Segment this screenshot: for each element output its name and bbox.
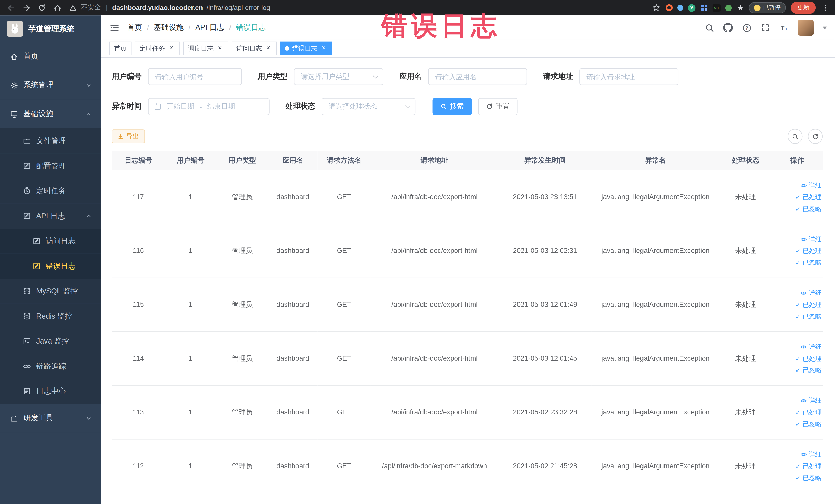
ignored-link[interactable]: ✓已忽略 [774,472,822,483]
extension-icon[interactable] [736,4,744,12]
cell-method: GET [317,385,370,439]
exception-time-range[interactable]: 开始日期 - 结束日期 [148,98,269,115]
sidebar-item-13[interactable]: 日志中心 [0,379,101,404]
cell-url: /api/infra/db-doc/export-html [371,385,498,439]
user-type-select[interactable]: 请选择用户类型 [294,68,384,85]
translate-paused-badge[interactable]: 已暂停 [749,2,786,13]
close-icon[interactable]: × [265,45,272,52]
check-icon: ✓ [795,257,800,268]
chevron-down-icon [86,82,91,88]
help-icon[interactable]: ? [742,23,751,32]
browser-home-icon[interactable] [53,3,62,12]
detail-link[interactable]: 详细 [774,179,822,191]
sidebar-item-8[interactable]: 错误日志 [0,254,101,279]
app-name-input[interactable] [428,68,527,85]
breadcrumb: 首页/基础设施/API 日志/错误日志 [127,23,266,32]
reset-button[interactable]: 重置 [478,98,518,115]
ignored-link[interactable]: ✓已忽略 [774,418,822,430]
tag-4[interactable]: 错误日志× [280,42,332,56]
ignored-link[interactable]: ✓已忽略 [774,364,822,376]
close-icon[interactable]: × [216,45,224,52]
detail-link[interactable]: 详细 [774,448,822,460]
refresh-table-button[interactable] [808,129,823,144]
reload-icon[interactable] [37,3,46,12]
eye-icon [800,236,807,242]
detail-link[interactable]: 详细 [774,233,822,245]
home-icon [9,52,18,61]
breadcrumb-item-0[interactable]: 首页 [127,23,142,32]
sidebar-item-7[interactable]: 访问日志 [0,228,101,254]
hamburger-icon[interactable] [109,22,120,33]
sidebar-item-11[interactable]: Java 监控 [0,329,101,354]
breadcrumb-item-1[interactable]: 基础设施 [154,23,184,32]
sidebar-item-12[interactable]: 链路追踪 [0,354,101,379]
user-avatar[interactable] [798,20,814,36]
processed-link[interactable]: ✓已处理 [774,191,822,203]
app-logo[interactable]: 芋道管理系统 [0,15,101,42]
cell-log_id: 114 [112,331,165,385]
close-icon[interactable]: × [320,45,328,52]
breadcrumb-item-2[interactable]: API 日志 [195,23,224,32]
filter-label-request-url: 请求地址 [543,72,573,81]
request-url-input[interactable] [579,68,678,85]
search-button[interactable]: 搜索 [432,98,472,115]
user-id-input[interactable] [148,68,242,85]
bookmark-star-icon[interactable] [652,3,661,12]
export-button[interactable]: 导出 [112,129,145,143]
sidebar-item-6[interactable]: API 日志 [0,203,101,228]
processed-link[interactable]: ✓已处理 [774,406,822,418]
process-status-select[interactable]: 请选择处理状态 [322,98,415,115]
tag-3[interactable]: 访问日志× [231,42,277,56]
sidebar-item-14[interactable]: 研发工具 [0,404,101,432]
logo-rabbit-icon [7,21,23,37]
address-bar[interactable]: 不安全 | dashboard.yudao.iocoder.cn/infra/l… [68,3,647,12]
extension-icon[interactable] [677,5,683,11]
sidebar-item-10[interactable]: Redis 监控 [0,304,101,329]
tag-2[interactable]: 调度日志× [183,42,228,56]
check-icon: ✓ [795,406,800,418]
sidebar-item-2[interactable]: 基础设施 [0,100,101,128]
sidebar-item-9[interactable]: MySQL 监控 [0,279,101,304]
sidebar-item-4[interactable]: 配置管理 [0,153,101,178]
cell-actions: 详细✓已处理✓已忽略 [772,278,823,331]
cell-user_id: 1 [165,331,216,385]
ignored-link[interactable]: ✓已忽略 [774,203,822,215]
extension-icon[interactable] [700,4,708,12]
check-icon: ✓ [795,191,800,203]
main-area: 首页/基础设施/API 日志/错误日志 ? TT 首页定时任务×调度日志×访问日… [101,15,835,504]
processed-link[interactable]: ✓已处理 [774,245,822,257]
export-button-label: 导出 [126,132,139,141]
processed-link[interactable]: ✓已处理 [774,460,822,472]
detail-link[interactable]: 详细 [774,287,822,299]
extension-icon[interactable] [726,5,732,11]
extension-icon[interactable]: V [688,4,695,12]
db-icon [22,287,31,295]
detail-link[interactable]: 详细 [774,341,822,352]
processed-link[interactable]: ✓已处理 [774,299,822,310]
chevron-down-icon[interactable] [823,26,827,29]
back-icon[interactable] [6,3,15,12]
processed-link[interactable]: ✓已处理 [774,352,822,364]
github-icon[interactable] [723,23,733,32]
sidebar-item-5[interactable]: 定时任务 [0,178,101,204]
search-toggle-button[interactable] [788,129,802,144]
browser-update-button[interactable]: 更新 [791,2,816,14]
sidebar-item-3[interactable]: 文件管理 [0,128,101,154]
close-icon[interactable]: × [168,45,175,52]
extension-icon[interactable]: on [713,4,720,12]
ignored-link[interactable]: ✓已忽略 [774,257,822,268]
tag-1[interactable]: 定时任务× [135,42,180,56]
font-size-icon[interactable]: TT [779,23,789,32]
extension-icon[interactable] [666,4,673,11]
tag-0[interactable]: 首页 [109,42,131,56]
table-row-2: 1151管理员dashboardGET/api/infra/db-doc/exp… [112,278,823,331]
ignored-link[interactable]: ✓已忽略 [774,310,822,322]
search-icon[interactable] [705,23,714,32]
kebab-menu-icon[interactable] [821,3,830,12]
fullscreen-icon[interactable] [760,23,770,32]
cell-exception: java.lang.IllegalArgumentException [592,278,719,331]
detail-link[interactable]: 详细 [774,395,822,406]
forward-icon[interactable] [22,3,31,12]
sidebar-item-1[interactable]: 系统管理 [0,71,101,100]
sidebar-item-0[interactable]: 首页 [0,42,101,71]
